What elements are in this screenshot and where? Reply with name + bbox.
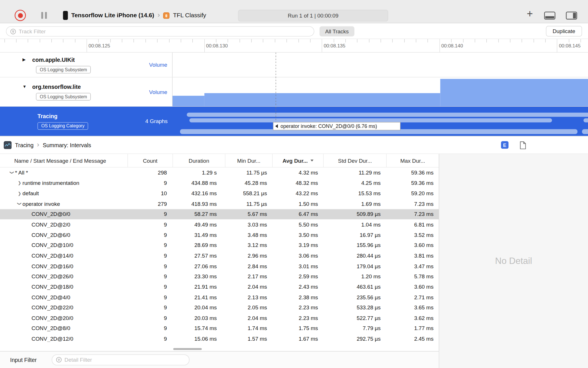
cell-min: 2.04 ms — [225, 315, 272, 321]
add-instrument-icon[interactable]: + — [524, 8, 535, 20]
table-row[interactable]: ❯operator invoke279418.93 ms11.75 µs1.50… — [0, 199, 439, 209]
disclosure-down-icon[interactable] — [22, 84, 32, 89]
detail-filter-field[interactable] — [52, 354, 189, 365]
all-tracks-button[interactable]: All Tracks — [320, 26, 354, 36]
target-selector[interactable]: Tensorflow Lite iPhone (14.6) › TFL Clas… — [63, 7, 206, 23]
cell-std: 235.56 µs — [323, 294, 386, 300]
cell-std: 522.77 µs — [323, 315, 386, 321]
track-row-tensorflow[interactable]: org.tensorflow.lite OS Logging Subsystem… — [0, 77, 588, 107]
table-row[interactable]: ❯runtime instrumentation9434.88 ms45.28 … — [0, 178, 439, 188]
track-filter-bar: All Tracks Duplicate — [0, 23, 588, 39]
breadcrumb-detail[interactable]: Summary: Intervals — [43, 142, 91, 148]
timeline-ruler[interactable]: 00:08.12500:08.13000:08.13500:08.14000:0… — [0, 39, 588, 53]
track-name: Tracing — [38, 113, 58, 119]
table-row[interactable]: CONV_2D@26/0923.30 ms2.17 ms2.59 ms1.20 … — [0, 271, 439, 282]
table-row[interactable]: CONV_2D@12/0915.06 ms1.57 ms1.67 ms292.7… — [0, 334, 439, 344]
track-filter-field[interactable] — [6, 26, 314, 36]
disclosure-right-icon[interactable] — [22, 57, 32, 62]
toggle-right-pane-icon[interactable] — [566, 12, 577, 19]
cell-max: 5.78 ms — [386, 273, 439, 279]
track-canvas[interactable] — [173, 53, 588, 77]
record-button[interactable] — [15, 10, 26, 21]
ruler-tick — [557, 39, 557, 53]
table-row[interactable]: CONV_2D@18/0921.91 ms2.04 ms2.43 ms463.6… — [0, 282, 439, 292]
table-row[interactable]: CONV_2D@10/0928.69 ms3.12 ms3.19 ms155.9… — [0, 240, 439, 250]
cell-std: 280.44 µs — [323, 253, 386, 259]
cell-max: 3.62 ms — [386, 315, 439, 321]
cell-max: 59.36 ms — [386, 170, 439, 176]
table-row[interactable]: CONV_2D@0/0958.27 ms5.67 ms6.47 ms509.89… — [0, 209, 439, 219]
expand-detail-button[interactable]: E — [501, 141, 508, 149]
cell-min: 2.17 ms — [225, 273, 272, 279]
cell-duration: 20.03 ms — [173, 315, 225, 321]
ruler-tick — [451, 39, 452, 43]
column-header-name[interactable]: Name / Start Message / End Message — [0, 154, 127, 167]
table-row[interactable]: CONV_2D@4/0921.41 ms2.13 ms2.38 ms235.56… — [0, 292, 439, 302]
summary-table-header: Name / Start Message / End Message Count… — [0, 154, 439, 168]
column-header-count[interactable]: Count — [127, 154, 173, 167]
cell-min: 2.96 ms — [225, 253, 272, 259]
cell-avg: 3.06 ms — [272, 253, 323, 259]
lane-label: Volume — [149, 89, 167, 95]
track-name: com.apple.UIKit — [32, 56, 75, 63]
cell-min: 1.74 ms — [225, 325, 272, 331]
ruler-tick — [51, 39, 52, 43]
track-label: com.apple.UIKit OS Logging Subsystem Vol… — [0, 53, 173, 77]
track-canvas[interactable] — [173, 107, 588, 136]
ruler-tick — [322, 39, 322, 53]
track-filter-input[interactable] — [19, 28, 310, 34]
track-row-tracing[interactable]: Tracing OS Logging Category 4 Graphs — [0, 107, 588, 136]
ruler-tick — [510, 39, 510, 43]
table-row[interactable]: CONV_2D@8/0915.74 ms1.74 ms1.75 ms7.79 µ… — [0, 323, 439, 334]
ruler-tick — [4, 39, 5, 43]
ruler-tick — [75, 39, 75, 43]
horizontal-scrollbar-thumb[interactable] — [173, 348, 202, 350]
table-row[interactable]: CONV_2D@2/0949.49 ms3.03 ms5.50 ms1.04 m… — [0, 219, 439, 230]
row-name: CONV_2D@8/0 — [32, 325, 70, 331]
table-row[interactable]: CONV_2D@14/0927.57 ms2.96 ms3.06 ms280.4… — [0, 250, 439, 261]
playhead-line[interactable] — [276, 53, 276, 123]
table-row[interactable]: ❯* All *2981.29 s11.75 µs4.32 ms11.29 ms… — [0, 168, 439, 178]
table-row[interactable]: CONV_2D@6/0931.49 ms3.48 ms3.50 ms16.97 … — [0, 230, 439, 240]
chevron-down-icon[interactable]: ❯ — [17, 201, 22, 207]
row-name-cell: CONV_2D@12/0 — [0, 336, 127, 342]
ruler-tick — [334, 39, 334, 43]
cell-count: 9 — [127, 284, 173, 290]
track-canvas[interactable] — [173, 77, 588, 106]
pause-button[interactable] — [41, 12, 47, 19]
instruments-window: Tensorflow Lite iPhone (14.6) › TFL Clas… — [0, 0, 588, 368]
input-filter-label: Input Filter — [10, 356, 37, 363]
toggle-bottom-pane-icon[interactable] — [544, 12, 555, 19]
table-row[interactable]: ❯default10432.16 ms558.21 µs43.22 ms15.5… — [0, 188, 439, 199]
row-name: default — [22, 190, 39, 196]
cell-avg: 2.38 ms — [272, 294, 323, 300]
row-name-cell: CONV_2D@2/0 — [0, 222, 127, 228]
table-row[interactable]: CONV_2D@20/0920.03 ms2.04 ms2.23 ms522.7… — [0, 313, 439, 323]
chevron-down-icon[interactable]: ❯ — [9, 170, 14, 176]
tooltip-text: operator invoke: CONV_2D@0/0 (6.76 ms) — [281, 123, 377, 129]
ruler-tick — [146, 39, 146, 43]
interval-tooltip: operator invoke: CONV_2D@0/0 (6.76 ms) — [273, 122, 401, 130]
track-row-uikit[interactable]: com.apple.UIKit OS Logging Subsystem Vol… — [0, 53, 588, 77]
duplicate-button[interactable]: Duplicate — [546, 26, 582, 37]
cell-count: 10 — [127, 190, 173, 196]
document-icon[interactable] — [519, 140, 527, 150]
column-header-stddev[interactable]: Std Dev Dur... — [323, 154, 386, 167]
table-row[interactable]: CONV_2D@16/0927.06 ms2.84 ms3.01 ms179.0… — [0, 261, 439, 271]
ruler-tick — [533, 39, 534, 43]
cell-min: 2.84 ms — [225, 263, 272, 269]
cell-max: 2.71 ms — [386, 294, 439, 300]
row-name: operator invoke — [22, 201, 60, 207]
column-header-max[interactable]: Max Dur... — [386, 154, 439, 167]
column-header-avg[interactable]: Avg Dur... — [272, 154, 323, 167]
chevron-right-icon[interactable]: ❯ — [16, 181, 22, 185]
breadcrumb-instrument[interactable]: Tracing — [15, 142, 34, 148]
detail-filter-input[interactable] — [64, 357, 185, 363]
chevron-right-icon[interactable]: ❯ — [16, 191, 22, 196]
cell-std: 4.25 ms — [323, 180, 386, 186]
column-header-duration[interactable]: Duration — [173, 154, 225, 167]
bottom-filter-bar: Input Filter — [0, 351, 439, 368]
table-row[interactable]: CONV_2D@22/0920.04 ms2.05 ms2.23 ms533.2… — [0, 302, 439, 313]
cell-avg: 48.32 ms — [272, 180, 323, 186]
column-header-min[interactable]: Min Dur... — [225, 154, 272, 167]
